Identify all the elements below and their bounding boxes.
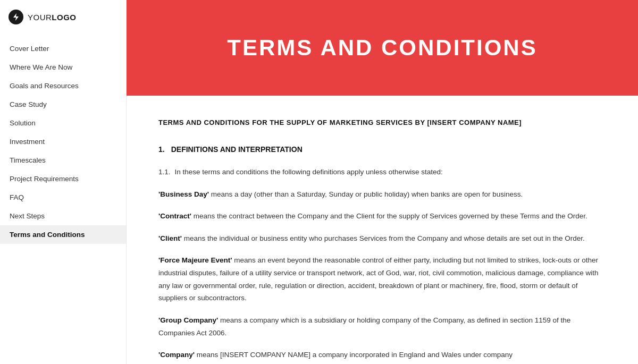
sidebar-item-solution[interactable]: Solution — [0, 114, 126, 132]
sidebar-item-timescales[interactable]: Timescales — [0, 151, 126, 170]
para7-rest: means [INSERT COMPANY NAME] a company in… — [195, 351, 513, 359]
para4-bold: 'Client' — [158, 234, 182, 242]
section1-num: 1. — [158, 145, 165, 154]
content-area: TERMS AND CONDITIONS FOR THE SUPPLY OF M… — [127, 96, 638, 364]
logo-logo: LOGO — [52, 13, 76, 22]
sidebar-item-where-we-are-now[interactable]: Where We Are Now — [0, 58, 126, 77]
sidebar-item-terms-and-conditions[interactable]: Terms and Conditions — [0, 225, 126, 244]
main-content: TERMS AND CONDITIONS TERMS AND CONDITION… — [127, 0, 638, 364]
sidebar: YOURLOGO Cover LetterWhere We Are NowGoa… — [0, 0, 127, 364]
para1-num: 1.1. — [158, 168, 171, 176]
sidebar-item-case-study[interactable]: Case Study — [0, 95, 126, 114]
section1-title: DEFINITIONS AND INTERPRETATION — [171, 145, 303, 154]
para6-rest: means a company which is a subsidiary or… — [158, 316, 570, 337]
logo-text: YOURLOGO — [28, 13, 77, 22]
logo-your: YOUR — [28, 13, 52, 22]
sidebar-item-goals-and-resources[interactable]: Goals and Resources — [0, 77, 126, 95]
logo-area: YOURLOGO — [0, 0, 126, 34]
para-client: 'Client' means the individual or busines… — [158, 232, 606, 245]
content-main-heading: TERMS AND CONDITIONS FOR THE SUPPLY OF M… — [158, 117, 606, 129]
para1-text: In these terms and conditions the follow… — [175, 168, 443, 176]
sidebar-item-project-requirements[interactable]: Project Requirements — [0, 170, 126, 188]
sidebar-nav: Cover LetterWhere We Are NowGoals and Re… — [0, 34, 126, 244]
para3-bold: 'Contract' — [158, 212, 191, 220]
para-company: 'Company' means [INSERT COMPANY NAME] a … — [158, 349, 606, 361]
para2-bold: 'Business Day' — [158, 190, 209, 198]
sidebar-item-cover-letter[interactable]: Cover Letter — [0, 39, 126, 58]
para-group-company: 'Group Company' means a company which is… — [158, 314, 606, 339]
para7-bold: 'Company' — [158, 351, 195, 359]
para-contract: 'Contract' means the contract between th… — [158, 210, 606, 223]
para-1-1: 1.1.In these terms and conditions the fo… — [158, 166, 606, 179]
para3-rest: means the contract between the Company a… — [191, 212, 587, 220]
lightning-bolt-icon — [9, 10, 23, 24]
para5-bold: 'Force Majeure Event' — [158, 256, 232, 264]
hero-banner: TERMS AND CONDITIONS — [127, 0, 638, 96]
sidebar-item-next-steps[interactable]: Next Steps — [0, 207, 126, 225]
svg-marker-0 — [13, 13, 19, 21]
sidebar-item-faq[interactable]: FAQ — [0, 188, 126, 207]
para4-rest: means the individual or business entity … — [182, 234, 585, 242]
sidebar-item-investment[interactable]: Investment — [0, 132, 126, 151]
section1-heading: 1.DEFINITIONS AND INTERPRETATION — [158, 143, 606, 156]
para-business-day: 'Business Day' means a day (other than a… — [158, 188, 606, 201]
para-force-majeure: 'Force Majeure Event' means an event bey… — [158, 254, 606, 304]
page-title: TERMS AND CONDITIONS — [227, 35, 537, 61]
para6-bold: 'Group Company' — [158, 316, 218, 324]
para2-rest: means a day (other than a Saturday, Sund… — [209, 190, 523, 198]
